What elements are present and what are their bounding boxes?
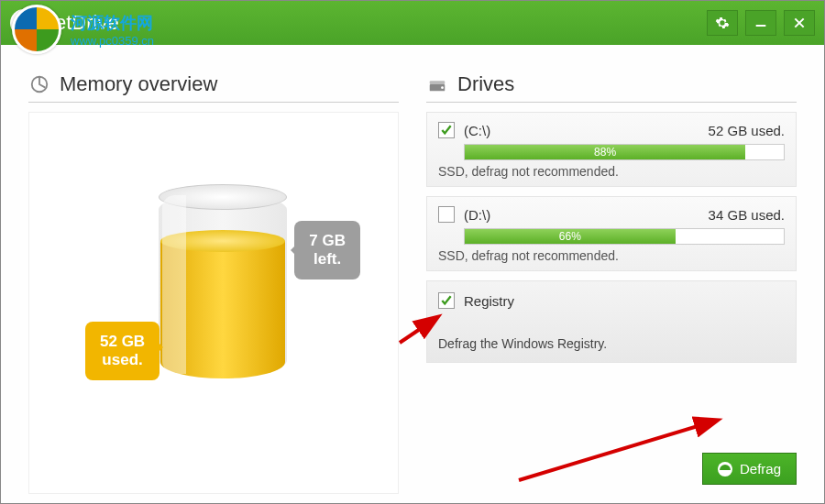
drive-c-checkbox[interactable]	[438, 122, 455, 138]
title-bar: JetDrive	[1, 1, 824, 45]
app-logo-icon	[10, 9, 38, 37]
drive-c-name: (C:\)	[464, 123, 699, 138]
memory-used-value: 52 GB	[100, 333, 145, 350]
minimize-button[interactable]	[745, 10, 776, 36]
drives-panel: (C:\) 52 GB used. 88% SSD, defrag not re…	[426, 112, 797, 363]
drives-section-header: Drives	[426, 72, 797, 103]
memory-panel: 52 GB used. 7 GB left.	[28, 112, 399, 494]
registry-label: Registry	[464, 293, 785, 309]
drive-c-percent: 88%	[594, 146, 616, 159]
defrag-button-label: Defrag	[740, 461, 781, 477]
close-button[interactable]	[784, 10, 815, 36]
svg-rect-3	[430, 81, 446, 84]
svg-point-4	[441, 86, 444, 89]
drive-d-used: 34 GB used.	[709, 207, 785, 223]
drives-column: Drives (C:\) 52 GB used. 88%	[426, 72, 797, 494]
memory-column: Memory overview 52 GB used. 7 GB left.	[28, 72, 399, 494]
memory-cylinder: 52 GB used. 7 GB left.	[94, 184, 333, 422]
drive-c-used: 52 GB used.	[709, 123, 785, 138]
window-controls	[707, 10, 815, 36]
drive-d-percent: 66%	[559, 230, 581, 243]
app-title: JetDrive	[45, 11, 707, 35]
svg-rect-0	[756, 25, 766, 27]
app-window: 河源软件网 www.pc0359.cn JetDrive Memory over…	[0, 0, 825, 504]
check-icon	[440, 124, 453, 137]
registry-checkbox[interactable]	[438, 292, 455, 309]
action-row: Defrag	[702, 453, 797, 485]
drive-card-d: (D:\) 34 GB used. 66% SSD, defrag not re…	[426, 196, 797, 271]
defrag-button[interactable]: Defrag	[702, 453, 797, 485]
content-area: Memory overview 52 GB used. 7 GB left.	[1, 45, 824, 503]
settings-button[interactable]	[707, 10, 738, 36]
drive-d-note: SSD, defrag not recommended.	[438, 248, 785, 263]
registry-card: Registry Defrag the Windows Registry.	[426, 280, 797, 363]
registry-description: Defrag the Windows Registry.	[438, 336, 785, 351]
memory-section-title: Memory overview	[60, 72, 217, 96]
pie-chart-icon	[28, 73, 50, 95]
drive-d-progress: 66%	[464, 228, 785, 245]
memory-section-header: Memory overview	[28, 72, 399, 103]
memory-left-bubble: 7 GB left.	[294, 221, 360, 280]
minimize-icon	[754, 16, 768, 30]
gear-icon	[715, 16, 730, 30]
drive-d-checkbox[interactable]	[438, 206, 455, 223]
drive-d-progress-bar: 66%	[465, 229, 676, 244]
drive-c-note: SSD, defrag not recommended.	[438, 164, 785, 179]
drives-section-title: Drives	[457, 72, 514, 96]
defrag-icon	[718, 462, 732, 477]
drive-c-progress: 88%	[464, 144, 785, 160]
memory-used-bubble: 52 GB used.	[85, 322, 160, 381]
memory-left-value: 7 GB	[309, 232, 346, 249]
drive-d-name: (D:\)	[464, 207, 699, 223]
drive-icon	[426, 73, 448, 95]
memory-left-suffix: left.	[314, 250, 341, 268]
drive-c-progress-bar: 88%	[465, 145, 745, 159]
memory-used-suffix: used.	[102, 351, 142, 368]
drive-card-c: (C:\) 52 GB used. 88% SSD, defrag not re…	[426, 112, 797, 187]
close-icon	[792, 16, 807, 30]
check-icon	[440, 294, 453, 307]
